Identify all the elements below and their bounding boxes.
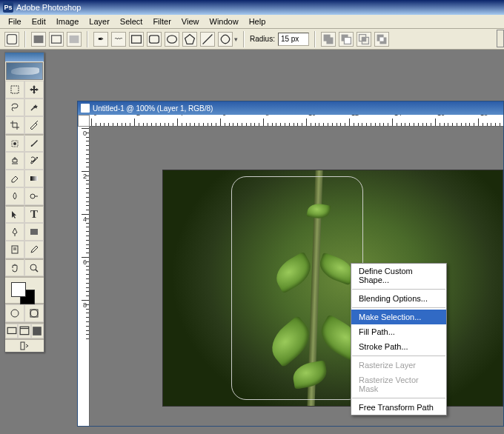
radius-label: Radius: xyxy=(250,35,275,43)
context-menu: Define Custom Shape...Blending Options..… xyxy=(351,263,447,415)
ruler-vertical[interactable]: 02468 xyxy=(78,127,90,426)
document-canvas[interactable] xyxy=(162,170,503,407)
tool-preset-picker[interactable] xyxy=(4,32,19,47)
slice-tool[interactable] xyxy=(24,116,44,134)
svg-rect-3 xyxy=(70,35,79,42)
context-menu-item[interactable]: Stroke Path... xyxy=(351,339,446,354)
svg-rect-15 xyxy=(362,37,365,41)
context-menu-item[interactable]: Fill Path... xyxy=(351,324,446,339)
menu-layer[interactable]: Layer xyxy=(84,16,115,27)
app-icon: Ps xyxy=(3,2,13,13)
separator xyxy=(314,31,316,47)
shape-layers-mode-icon[interactable] xyxy=(31,32,46,47)
menu-select[interactable]: Select xyxy=(115,16,148,27)
svg-rect-12 xyxy=(344,37,351,44)
path-op-add-icon[interactable] xyxy=(321,32,336,47)
svg-rect-1 xyxy=(34,35,44,42)
lasso-tool[interactable] xyxy=(5,99,24,116)
svg-rect-40 xyxy=(21,342,24,350)
hand-tool[interactable] xyxy=(5,258,24,276)
svg-rect-10 xyxy=(326,37,333,44)
line-shape-icon[interactable] xyxy=(200,32,215,47)
active-path[interactable] xyxy=(231,176,363,400)
rounded-rect-shape-icon[interactable] xyxy=(147,32,162,47)
clone-stamp-tool[interactable] xyxy=(5,152,24,170)
toolbox-grip[interactable] xyxy=(5,53,44,61)
type-tool[interactable]: T xyxy=(24,205,44,223)
pen-icon[interactable]: ✒ xyxy=(93,32,108,47)
jump-to-imageready-icon[interactable] xyxy=(5,338,44,352)
svg-line-32 xyxy=(36,270,38,272)
screen-standard-icon[interactable] xyxy=(5,324,18,338)
magic-wand-tool[interactable] xyxy=(24,99,44,116)
menu-filter[interactable]: Filter xyxy=(147,16,176,27)
menu-edit[interactable]: Edit xyxy=(27,16,51,27)
rectangular-marquee-tool[interactable] xyxy=(5,81,24,99)
document-titlebar[interactable]: Untitled-1 @ 100% (Layer 1, RGB/8) xyxy=(78,101,503,115)
path-op-intersect-icon[interactable] xyxy=(357,32,371,47)
path-op-subtract-icon[interactable] xyxy=(339,32,354,47)
pen-tool[interactable] xyxy=(5,223,24,241)
context-menu-separator xyxy=(352,398,445,398)
context-menu-separator xyxy=(352,289,445,290)
path-op-exclude-icon[interactable] xyxy=(374,32,389,47)
svg-rect-18 xyxy=(379,37,383,41)
crop-tool[interactable] xyxy=(5,116,24,134)
menu-view[interactable]: View xyxy=(176,16,205,27)
fill-pixels-mode-icon[interactable] xyxy=(67,32,82,47)
chevron-down-icon[interactable]: ▾ xyxy=(234,36,238,43)
svg-rect-39 xyxy=(33,327,42,335)
eyedropper-tool[interactable] xyxy=(24,241,44,258)
radius-input[interactable] xyxy=(278,33,309,46)
options-bar: ✒ 〰 ▾ Radius: xyxy=(0,29,504,50)
context-menu-item[interactable]: Free Transform Path xyxy=(351,400,446,415)
context-menu-item[interactable]: Define Custom Shape... xyxy=(351,264,446,287)
svg-rect-36 xyxy=(7,327,16,333)
menu-window[interactable]: Window xyxy=(205,16,244,27)
context-menu-item[interactable]: Make Selection... xyxy=(351,310,446,324)
menu-file[interactable]: File xyxy=(3,16,27,27)
svg-point-6 xyxy=(168,35,177,42)
menu-help[interactable]: Help xyxy=(244,16,271,27)
rectangle-tool[interactable] xyxy=(24,223,44,241)
paths-mode-icon[interactable] xyxy=(49,32,64,47)
svg-point-33 xyxy=(11,310,19,317)
blur-tool[interactable] xyxy=(5,187,24,205)
quickmask-mode-icon[interactable] xyxy=(24,304,44,322)
zoom-tool[interactable] xyxy=(24,258,44,276)
ellipse-shape-icon[interactable] xyxy=(165,32,179,47)
move-tool[interactable] xyxy=(24,81,44,99)
screen-full-menubar-icon[interactable] xyxy=(18,324,30,338)
rect-shape-icon[interactable] xyxy=(129,32,144,47)
history-brush-tool[interactable] xyxy=(24,152,44,170)
titlebar: Ps Adobe Photoshop xyxy=(0,0,504,15)
app-title: Adobe Photoshop xyxy=(16,3,81,12)
ruler-horizontal[interactable]: 024681012141618 xyxy=(90,115,503,127)
notes-tool[interactable] xyxy=(5,241,24,258)
document-title: Untitled-1 @ 100% (Layer 1, RGB/8) xyxy=(93,104,213,113)
context-menu-item: Rasterize Vector Mask xyxy=(351,373,446,396)
foreground-color[interactable] xyxy=(11,282,26,297)
separator xyxy=(24,31,26,47)
menu-image[interactable]: Image xyxy=(51,16,84,27)
screen-full-icon[interactable] xyxy=(31,324,44,338)
custom-shape-icon[interactable] xyxy=(218,32,233,47)
polygon-shape-icon[interactable] xyxy=(182,32,197,47)
eraser-tool[interactable] xyxy=(5,170,24,187)
freeform-pen-icon[interactable]: 〰 xyxy=(111,32,126,47)
brush-tool[interactable] xyxy=(24,134,44,152)
context-menu-item[interactable]: Blending Options... xyxy=(351,291,446,306)
healing-brush-tool[interactable] xyxy=(5,134,24,152)
svg-rect-37 xyxy=(20,327,29,335)
ruler-origin[interactable] xyxy=(78,115,90,127)
standard-mode-icon[interactable] xyxy=(5,304,24,322)
palette-dock[interactable] xyxy=(497,30,504,47)
path-selection-tool[interactable] xyxy=(5,205,24,223)
gradient-tool[interactable] xyxy=(24,170,44,187)
svg-rect-2 xyxy=(52,35,62,42)
svg-line-8 xyxy=(203,34,213,44)
color-swatches xyxy=(5,276,44,303)
dodge-tool[interactable] xyxy=(24,187,44,205)
svg-line-21 xyxy=(36,121,38,123)
svg-point-31 xyxy=(30,264,36,270)
